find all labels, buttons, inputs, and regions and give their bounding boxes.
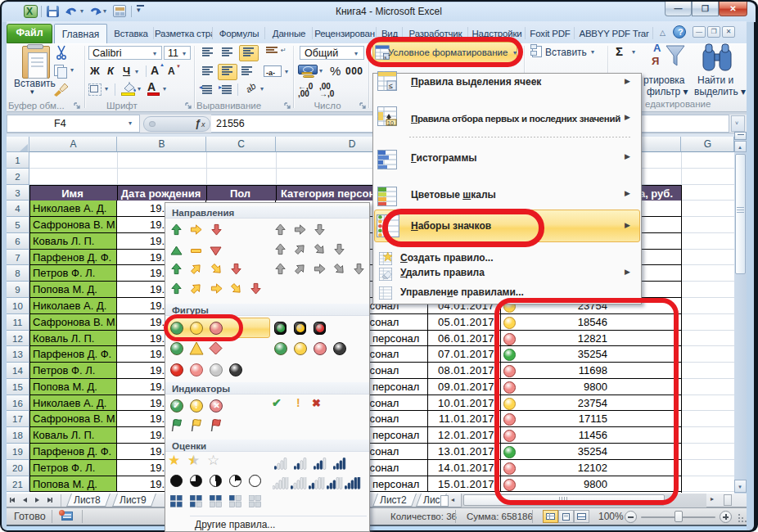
- svg-text:≤: ≤: [389, 82, 393, 90]
- svg-text:10: 10: [387, 120, 394, 126]
